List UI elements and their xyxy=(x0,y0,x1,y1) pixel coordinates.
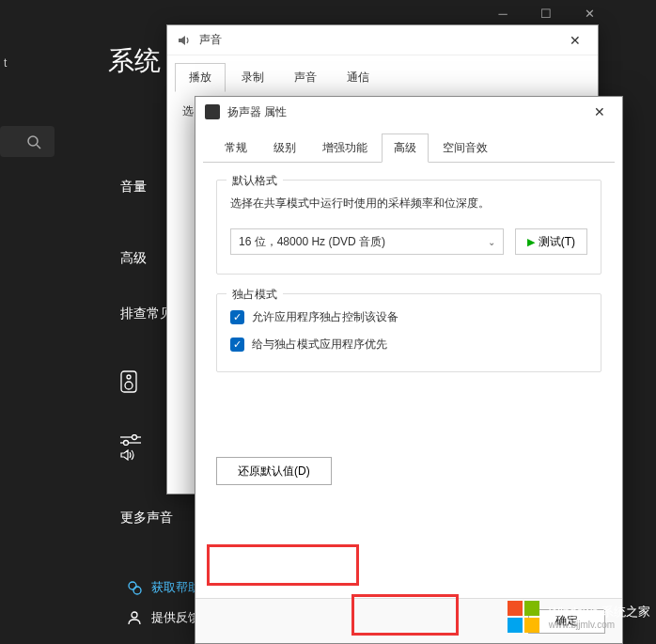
sound-dialog-close[interactable]: ✕ xyxy=(562,29,588,52)
account-label: t xyxy=(4,56,7,70)
format-select-value: 16 位，48000 Hz (DVD 音质) xyxy=(239,234,385,250)
svg-point-8 xyxy=(124,441,129,446)
default-format-group: 默认格式 选择在共享模式中运行时使用的采样频率和位深度。 16 位，48000 … xyxy=(216,180,601,275)
speaker-device-icon xyxy=(120,370,137,393)
restore-defaults-label: 还原默认值(D) xyxy=(238,463,310,479)
tab-enhancements[interactable]: 增强功能 xyxy=(310,134,380,163)
sidebar-item-volume[interactable]: 音量 xyxy=(120,179,147,196)
checkbox-icon: ✓ xyxy=(230,310,244,324)
sound-icon xyxy=(177,33,192,48)
sidebar-section-advanced: 高级 xyxy=(120,250,147,267)
help-link[interactable]: 获取帮助 xyxy=(127,579,200,596)
sound-body-text: 选 xyxy=(182,104,194,118)
help-label: 获取帮助 xyxy=(151,579,200,596)
feedback-icon xyxy=(127,610,142,625)
help-icon xyxy=(127,580,142,595)
watermark-line1: Windows 系统之家 xyxy=(549,605,650,620)
exclusive-mode-group: 独占模式 ✓ 允许应用程序独占控制该设备 ✓ 给与独占模式应用程序优先 xyxy=(216,293,601,372)
svg-point-6 xyxy=(133,435,137,440)
sidebar-item-mixer[interactable] xyxy=(120,434,141,461)
checkbox-exclusive-priority[interactable]: ✓ 给与独占模式应用程序优先 xyxy=(230,337,587,353)
default-format-title: 默认格式 xyxy=(226,173,283,189)
tab-advanced[interactable]: 高级 xyxy=(382,134,429,163)
restore-defaults-button[interactable]: 还原默认值(D) xyxy=(216,457,332,485)
checkbox-icon: ✓ xyxy=(230,338,244,352)
format-select[interactable]: 16 位，48000 Hz (DVD 音质) ⌄ xyxy=(230,228,504,255)
watermark: Windows 系统之家 www.bjjmlv.com xyxy=(508,601,650,635)
speaker-dialog-titlebar: 扬声器 属性 ✕ xyxy=(195,97,622,127)
close-button[interactable]: ✕ xyxy=(568,0,611,26)
svg-line-1 xyxy=(37,145,40,149)
feedback-link[interactable]: 提供反馈 xyxy=(127,609,200,626)
tab-playback[interactable]: 播放 xyxy=(175,63,226,92)
speaker-dialog-tabs: 常规 级别 增强功能 高级 空间音效 xyxy=(203,127,615,163)
sound-dialog-tabs: 播放 录制 声音 通信 xyxy=(167,55,598,92)
search-icon xyxy=(26,134,41,149)
checkbox-allow-exclusive[interactable]: ✓ 允许应用程序独占控制该设备 xyxy=(230,309,587,325)
speaker-dialog-body: 默认格式 选择在共享模式中运行时使用的采样频率和位深度。 16 位，48000 … xyxy=(195,163,622,502)
volume-icon xyxy=(120,449,135,461)
tab-general[interactable]: 常规 xyxy=(212,134,259,163)
search-input[interactable] xyxy=(0,126,55,157)
sidebar-item-troubleshoot[interactable]: 排查常见 xyxy=(120,306,173,322)
tab-communications[interactable]: 通信 xyxy=(333,63,383,92)
svg-point-10 xyxy=(133,587,141,594)
tab-sounds[interactable]: 声音 xyxy=(280,63,331,92)
checkbox-allow-exclusive-label: 允许应用程序独占控制该设备 xyxy=(252,309,398,325)
play-icon: ▶ xyxy=(527,236,535,248)
speaker-dialog-close[interactable]: ✕ xyxy=(586,101,613,123)
svg-point-3 xyxy=(127,375,131,379)
sound-dialog-titlebar: 声音 ✕ xyxy=(167,25,598,55)
sidebar-item-more-sound[interactable]: 更多声音 xyxy=(120,510,173,526)
speaker-dialog-icon xyxy=(205,104,220,119)
window-controls: ─ ☐ ✕ xyxy=(481,0,611,26)
speaker-dialog-title: 扬声器 属性 xyxy=(227,104,287,120)
watermark-line2: www.bjjmlv.com xyxy=(549,620,650,631)
svg-point-11 xyxy=(132,612,137,618)
exclusive-mode-title: 独占模式 xyxy=(226,287,283,303)
page-title: 系统 xyxy=(108,43,161,79)
svg-point-0 xyxy=(28,136,38,146)
svg-point-4 xyxy=(125,382,133,389)
default-format-desc: 选择在共享模式中运行时使用的采样频率和位深度。 xyxy=(230,196,587,212)
sound-dialog-title: 声音 xyxy=(199,32,222,48)
speaker-properties-dialog: 扬声器 属性 ✕ 常规 级别 增强功能 高级 空间音效 默认格式 选择在共享模式… xyxy=(195,96,623,644)
windows-logo-icon xyxy=(508,601,541,635)
svg-point-9 xyxy=(129,582,136,589)
minimize-button[interactable]: ─ xyxy=(481,0,524,26)
chevron-down-icon: ⌄ xyxy=(488,237,495,247)
tab-recording[interactable]: 录制 xyxy=(227,63,278,92)
feedback-label: 提供反馈 xyxy=(151,609,200,626)
test-button-label: 测试(T) xyxy=(539,234,575,250)
sidebar-item-devices[interactable] xyxy=(120,370,137,393)
maximize-button[interactable]: ☐ xyxy=(524,0,568,26)
tab-spatial[interactable]: 空间音效 xyxy=(430,134,500,163)
tab-levels[interactable]: 级别 xyxy=(261,134,308,163)
test-button[interactable]: ▶ 测试(T) xyxy=(515,228,587,255)
sliders-icon xyxy=(120,434,141,446)
checkbox-exclusive-priority-label: 给与独占模式应用程序优先 xyxy=(252,337,387,353)
